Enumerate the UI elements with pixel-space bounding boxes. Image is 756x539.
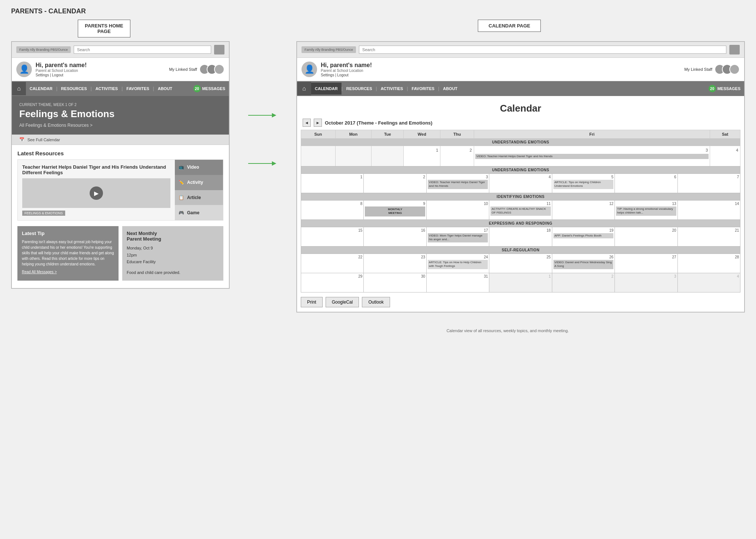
week-header-1: UNDERSTANDING EMOTIONS [301, 139, 740, 146]
right-user-name: Hi, parent's name! [321, 62, 680, 69]
day-oct-25: 25 [489, 254, 552, 273]
day-oct-7: 7 [677, 174, 740, 193]
event-tip-13[interactable]: TIP: Having a strong emotional vocabular… [616, 206, 676, 216]
home-nav[interactable]: ⌂ [12, 82, 26, 95]
right-nav-activities[interactable]: ACTIVITIES [377, 83, 407, 95]
theme-section: CURRENT THEME, WEEK 1 OF 2 Feelings & Em… [12, 96, 229, 135]
see-calendar[interactable]: 📅 See Full Calendar [12, 135, 229, 145]
meeting-line1: Monday, Oct 9 [127, 245, 219, 252]
nav-bar: ⌂ CALENDAR | RESOURCES | ACTIVITIES | FA… [12, 81, 229, 96]
week-1: 1 2 3 VIDEO: Teacher Harriet Helps Danie… [301, 146, 740, 166]
logo: Family Ally Branding PBS/Ounce [16, 46, 71, 53]
day-oct-20: 20 [615, 227, 677, 247]
day-4: 4 [710, 146, 740, 166]
right-settings-link[interactable]: Settings [321, 73, 334, 77]
col-tue: Tue [372, 130, 404, 139]
calendar-icon: 📅 [19, 137, 24, 142]
game-icon: 🎮 [179, 210, 184, 215]
day-empty-2 [335, 146, 372, 166]
video-label: Video [187, 165, 199, 170]
theme-link[interactable]: All Feelings & Emotions Resources > [19, 123, 222, 128]
meeting-line5: Food and child care provided. [127, 269, 219, 276]
event-article-5[interactable]: ARTICLE: Tips on Helping Children Unders… [553, 180, 613, 189]
cal-next[interactable]: ► [314, 119, 322, 127]
tip-link[interactable]: Read All Messages > [22, 270, 114, 274]
resource-type-game[interactable]: 🎮 Game [175, 205, 223, 220]
staff-icon-3 [214, 64, 224, 75]
right-linked-staff: My Linked Staff [684, 64, 740, 75]
week-header-understanding: UNDERSTANDING EMOTIONS [301, 166, 740, 174]
tip-card: Latest Tip Parenting isn't always easy b… [17, 226, 119, 281]
user-info: 👤 Hi, parent's name! Parent at School Lo… [12, 58, 229, 81]
week-row-5: 29 30 31 1 2 [301, 273, 740, 292]
resource-type-activity[interactable]: ✏️ Activity [175, 175, 223, 190]
right-home-nav[interactable]: ⌂ [297, 82, 311, 95]
nav-item-favorites[interactable]: FAVORITES [123, 83, 153, 95]
col-sat: Sat [710, 130, 740, 139]
nav-item-activities[interactable]: ACTIVITIES [92, 83, 122, 95]
right-search-button[interactable] [729, 45, 740, 54]
messages-nav[interactable]: 20 MESSAGES [190, 81, 229, 96]
search-input[interactable] [74, 46, 211, 54]
event-video-26[interactable]: VIDEO: Daniel and Prince Wednesday Sing … [553, 260, 613, 269]
play-button[interactable]: ▶ [90, 186, 103, 200]
meeting-title: Next Monthly Parent Meeting [127, 231, 219, 242]
video-icon: 📺 [179, 165, 184, 170]
right-nav-favorites[interactable]: FAVORITES [408, 83, 438, 95]
right-nav-calendar[interactable]: CALENDAR [311, 83, 342, 95]
latest-resources-title: Latest Resources [12, 145, 229, 159]
linked-staff: My Linked Staff [169, 64, 224, 75]
parents-home-label: PARENTS HOME PAGE [78, 20, 130, 37]
day-oct-22: 22 [301, 254, 364, 273]
right-msg-badge: 20 [709, 85, 716, 92]
logout-link[interactable]: Logout [52, 73, 63, 77]
resource-type-video[interactable]: 📺 Video [175, 160, 223, 175]
nav-item-resources[interactable]: RESOURCES [57, 83, 91, 95]
search-button[interactable] [214, 45, 224, 54]
day-oct-27: 27 [615, 254, 677, 273]
event-app-19[interactable]: APP: Daniel's Feelings Photo Booth [553, 233, 613, 238]
googlecal-button[interactable]: GoogleCal [326, 297, 359, 307]
day-nov-3: 3 [615, 273, 677, 292]
nav-item-about[interactable]: ABOUT [154, 83, 176, 95]
event-3[interactable]: VIDEO: Teacher Harriet Helps Daniel Tige… [475, 154, 709, 159]
tip-text: Parenting isn't always easy but grrreat … [22, 239, 114, 267]
right-user-sub: Parent at School Location [321, 69, 680, 73]
resource-types: 📺 Video ✏️ Activity 📋 Article 🎮 Game [175, 160, 223, 220]
cal-prev[interactable]: ◄ [303, 119, 311, 127]
event-activity-11[interactable]: ACTIVITY: CREATE A HEALTHY SNACK OF FEEL… [490, 206, 550, 216]
day-oct-8: 8 [301, 201, 364, 220]
print-button[interactable]: Print [301, 297, 323, 307]
avatar: 👤 [16, 62, 32, 77]
cal-nav: ◄ ► October 2017 (Theme - Feelings and E… [297, 117, 744, 130]
left-panel: Family Ally Branding PBS/Ounce 👤 Hi, par… [11, 41, 230, 289]
right-search-input[interactable] [359, 46, 726, 54]
bottom-note: Calendar view of all resources, weekly t… [259, 324, 756, 345]
day-oct-6: 6 [615, 174, 677, 193]
day-oct-13: 13 TIP: Having a strong emotional vocabu… [615, 201, 677, 220]
activity-label: Activity [187, 180, 203, 185]
event-meeting-9[interactable]: MONTHLYMEETING [365, 206, 425, 216]
event-video-17[interactable]: VIDEO: Mom Tiger helps Daniel manage his… [428, 233, 488, 242]
see-calendar-label: See Full Calendar [27, 138, 60, 142]
resource-title: Teacher Harriet Helps Daniel Tiger and H… [22, 164, 170, 175]
day-oct-14: 14 [677, 201, 740, 220]
right-nav-about[interactable]: ABOUT [439, 83, 461, 95]
game-label: Game [187, 210, 199, 215]
event-article-24[interactable]: ARTICLE: Tips on How to Help Children wi… [428, 260, 488, 269]
right-logout-link[interactable]: Logout [337, 73, 349, 77]
resource-type-article[interactable]: 📋 Article [175, 190, 223, 205]
day-oct-3: 3 VIDEO: Teacher Harriet Helps Daniel Ti… [426, 174, 489, 193]
msg-badge: 20 [193, 85, 201, 92]
resource-video-thumb: ▶ [22, 178, 170, 208]
right-nav-resources[interactable]: RESOURCES [343, 83, 376, 95]
day-oct-21: 21 [677, 227, 740, 247]
day-oct-19: 19 APP: Daniel's Feelings Photo Booth [552, 227, 615, 247]
day-empty-3 [372, 146, 404, 166]
event-video-3[interactable]: VIDEO: Teacher Harriet Helps Daniel Tige… [428, 180, 488, 189]
outlook-button[interactable]: Outlook [362, 297, 390, 307]
right-messages-nav[interactable]: 20 MESSAGES [705, 81, 744, 96]
day-oct-16: 16 [364, 227, 426, 247]
settings-link[interactable]: Settings [36, 73, 49, 77]
nav-item-calendar[interactable]: CALENDAR [26, 83, 56, 95]
